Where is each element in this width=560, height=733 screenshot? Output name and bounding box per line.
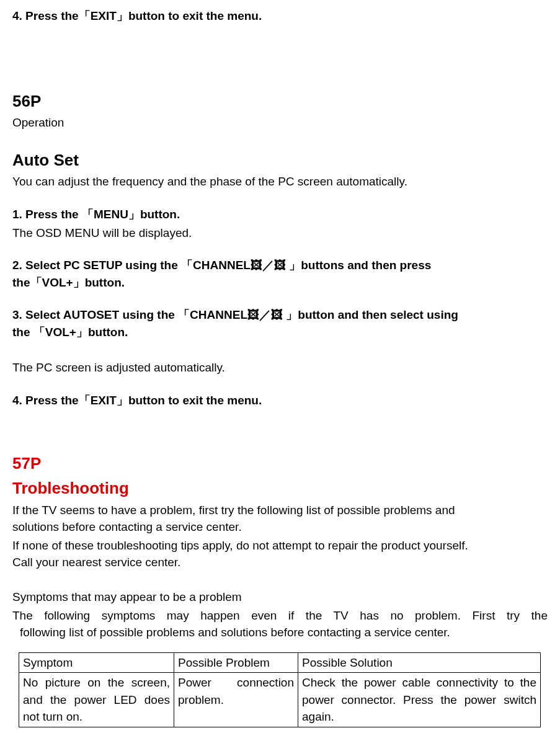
- step-1-desc: The OSD MENU will be displayed.: [12, 224, 548, 242]
- troubleshooting-table: Symptom Possible Problem Possible Soluti…: [19, 652, 541, 727]
- step-1: 1. Press the 「MENU」button.: [12, 206, 548, 223]
- spacer: [12, 340, 548, 358]
- step-exit-prev: 4. Press the「EXIT」button to exit the men…: [12, 7, 548, 25]
- table-header-row: Symptom Possible Problem Possible Soluti…: [19, 652, 541, 673]
- symptoms-l2: following list of possible problems and …: [12, 624, 548, 641]
- trouble-p2-l2: Call your nearest service center.: [12, 554, 548, 571]
- td-problem: Power connection problem.: [174, 673, 298, 727]
- trouble-p1-l2: solutions before contacting a service ce…: [12, 518, 548, 536]
- th-possible-solution: Possible Solution: [298, 652, 541, 673]
- page-56-subhead: Operation: [12, 114, 548, 131]
- page-number-57: 57P: [12, 452, 548, 476]
- spacer: [12, 25, 548, 90]
- step-2-line1: 2. Select PC SETUP using the 「CHANNEL🖾／🖾…: [12, 257, 548, 274]
- td-solution: Check the power cable connectivity to th…: [298, 673, 541, 727]
- step-3-line2: the 「VOL+」button.: [12, 324, 548, 341]
- th-symptom: Symptom: [19, 652, 174, 673]
- heading-auto-set: Auto Set: [12, 149, 548, 172]
- td-symptom: No picture on the screen, and the power …: [19, 673, 174, 727]
- step-4: 4. Press the「EXIT」button to exit the men…: [12, 392, 548, 409]
- step-3-desc: The PC screen is adjusted automatically.: [12, 359, 548, 376]
- spacer: [12, 571, 548, 589]
- table-row: No picture on the screen, and the power …: [19, 673, 541, 727]
- auto-set-intro: You can adjust the frequency and the pha…: [12, 173, 548, 190]
- spacer: [12, 409, 548, 452]
- heading-troubleshooting: Trobleshooting: [12, 477, 548, 500]
- trouble-p1-l1: If the TV seems to have a problem, first…: [12, 502, 548, 519]
- step-2-line2: the「VOL+」button.: [12, 274, 548, 291]
- step-3-line1: 3. Select AUTOSET using the 「CHANNEL🖾／🖾 …: [12, 306, 548, 324]
- symptoms-l1: The following symptoms may happen even i…: [12, 607, 548, 624]
- trouble-p2-l1: If none of these troubleshooting tips ap…: [12, 537, 548, 554]
- symptoms-heading: Symptoms that may appear to be a problem: [12, 589, 548, 606]
- th-possible-problem: Possible Problem: [174, 652, 298, 673]
- page-number-56: 56P: [12, 90, 548, 113]
